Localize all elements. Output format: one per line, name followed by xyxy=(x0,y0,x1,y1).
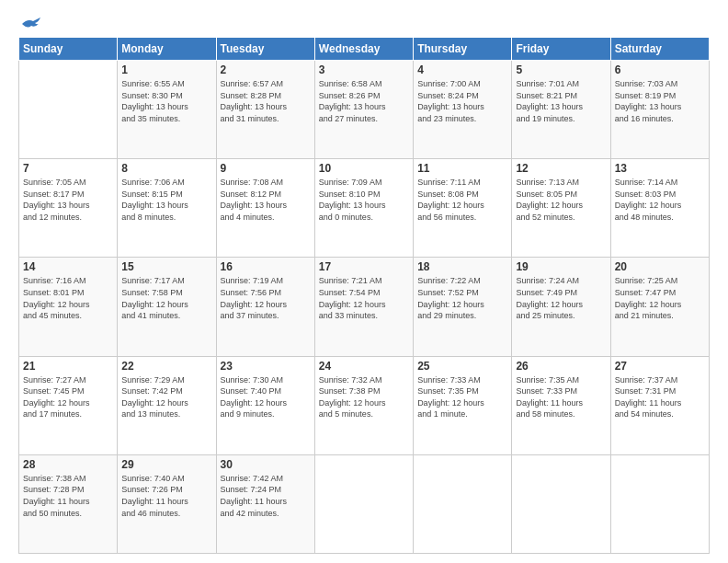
calendar-cell: 25Sunrise: 7:33 AM Sunset: 7:35 PM Dayli… xyxy=(414,356,512,454)
calendar-cell: 28Sunrise: 7:38 AM Sunset: 7:28 PM Dayli… xyxy=(19,454,118,553)
day-info: Sunrise: 7:25 AM Sunset: 7:47 PM Dayligh… xyxy=(615,275,705,321)
header xyxy=(18,17,710,28)
calendar-week-5: 28Sunrise: 7:38 AM Sunset: 7:28 PM Dayli… xyxy=(19,454,710,553)
day-info: Sunrise: 7:16 AM Sunset: 8:01 PM Dayligh… xyxy=(23,275,113,321)
day-number: 27 xyxy=(615,360,705,373)
day-number: 12 xyxy=(516,162,606,175)
calendar-cell: 2Sunrise: 6:57 AM Sunset: 8:28 PM Daylig… xyxy=(216,61,314,159)
day-number: 21 xyxy=(23,360,113,373)
calendar-cell: 18Sunrise: 7:22 AM Sunset: 7:52 PM Dayli… xyxy=(414,258,512,356)
day-info: Sunrise: 7:01 AM Sunset: 8:21 PM Dayligh… xyxy=(516,78,606,124)
calendar-cell xyxy=(610,454,709,553)
day-number: 8 xyxy=(121,162,211,175)
calendar-cell: 3Sunrise: 6:58 AM Sunset: 8:26 PM Daylig… xyxy=(314,61,413,159)
day-number: 19 xyxy=(516,260,606,273)
calendar-cell: 11Sunrise: 7:11 AM Sunset: 8:08 PM Dayli… xyxy=(414,159,512,258)
calendar-cell xyxy=(19,61,118,159)
day-info: Sunrise: 6:57 AM Sunset: 8:28 PM Dayligh… xyxy=(221,78,311,124)
day-number: 17 xyxy=(319,260,409,273)
day-info: Sunrise: 7:32 AM Sunset: 7:38 PM Dayligh… xyxy=(319,374,409,420)
calendar-week-4: 21Sunrise: 7:27 AM Sunset: 7:45 PM Dayli… xyxy=(19,356,710,454)
day-info: Sunrise: 7:38 AM Sunset: 7:28 PM Dayligh… xyxy=(23,473,113,519)
day-number: 23 xyxy=(221,360,311,373)
calendar-cell: 6Sunrise: 7:03 AM Sunset: 8:19 PM Daylig… xyxy=(610,61,709,159)
day-info: Sunrise: 7:33 AM Sunset: 7:35 PM Dayligh… xyxy=(417,374,507,420)
day-number: 11 xyxy=(417,162,507,175)
logo xyxy=(18,17,40,28)
day-info: Sunrise: 7:24 AM Sunset: 7:49 PM Dayligh… xyxy=(516,275,606,321)
calendar-cell: 27Sunrise: 7:37 AM Sunset: 7:31 PM Dayli… xyxy=(610,356,709,454)
calendar-cell: 23Sunrise: 7:30 AM Sunset: 7:40 PM Dayli… xyxy=(216,356,314,454)
col-friday: Friday xyxy=(512,38,610,61)
day-number: 29 xyxy=(121,458,211,471)
day-info: Sunrise: 7:14 AM Sunset: 8:03 PM Dayligh… xyxy=(615,177,705,223)
day-info: Sunrise: 7:40 AM Sunset: 7:26 PM Dayligh… xyxy=(121,473,211,519)
calendar-cell: 19Sunrise: 7:24 AM Sunset: 7:49 PM Dayli… xyxy=(512,258,610,356)
day-number: 14 xyxy=(23,260,113,273)
calendar-cell xyxy=(414,454,512,553)
day-info: Sunrise: 7:17 AM Sunset: 7:58 PM Dayligh… xyxy=(121,275,211,321)
day-info: Sunrise: 7:29 AM Sunset: 7:42 PM Dayligh… xyxy=(121,374,211,420)
calendar-cell: 13Sunrise: 7:14 AM Sunset: 8:03 PM Dayli… xyxy=(610,159,709,258)
day-info: Sunrise: 7:13 AM Sunset: 8:05 PM Dayligh… xyxy=(516,177,606,223)
day-number: 22 xyxy=(121,360,211,373)
day-number: 28 xyxy=(23,458,113,471)
col-sunday: Sunday xyxy=(19,38,118,61)
day-info: Sunrise: 7:03 AM Sunset: 8:19 PM Dayligh… xyxy=(615,78,705,124)
calendar-cell: 21Sunrise: 7:27 AM Sunset: 7:45 PM Dayli… xyxy=(19,356,118,454)
day-number: 15 xyxy=(121,260,211,273)
col-tuesday: Tuesday xyxy=(216,38,314,61)
calendar-cell: 10Sunrise: 7:09 AM Sunset: 8:10 PM Dayli… xyxy=(314,159,413,258)
day-number: 26 xyxy=(516,360,606,373)
day-info: Sunrise: 6:55 AM Sunset: 8:30 PM Dayligh… xyxy=(121,78,211,124)
calendar-cell: 22Sunrise: 7:29 AM Sunset: 7:42 PM Dayli… xyxy=(118,356,216,454)
day-info: Sunrise: 7:42 AM Sunset: 7:24 PM Dayligh… xyxy=(221,473,311,519)
calendar-week-3: 14Sunrise: 7:16 AM Sunset: 8:01 PM Dayli… xyxy=(19,258,710,356)
day-info: Sunrise: 7:00 AM Sunset: 8:24 PM Dayligh… xyxy=(417,78,507,124)
calendar-cell: 17Sunrise: 7:21 AM Sunset: 7:54 PM Dayli… xyxy=(314,258,413,356)
day-number: 5 xyxy=(516,63,606,76)
calendar-table: Sunday Monday Tuesday Wednesday Thursday… xyxy=(18,37,710,554)
calendar-cell: 26Sunrise: 7:35 AM Sunset: 7:33 PM Dayli… xyxy=(512,356,610,454)
calendar-cell: 29Sunrise: 7:40 AM Sunset: 7:26 PM Dayli… xyxy=(118,454,216,553)
calendar-week-1: 1Sunrise: 6:55 AM Sunset: 8:30 PM Daylig… xyxy=(19,61,710,159)
day-number: 1 xyxy=(121,63,211,76)
day-number: 24 xyxy=(319,360,409,373)
col-thursday: Thursday xyxy=(414,38,512,61)
col-saturday: Saturday xyxy=(610,38,709,61)
day-number: 6 xyxy=(615,63,705,76)
day-info: Sunrise: 7:21 AM Sunset: 7:54 PM Dayligh… xyxy=(319,275,409,321)
calendar-cell: 4Sunrise: 7:00 AM Sunset: 8:24 PM Daylig… xyxy=(414,61,512,159)
day-info: Sunrise: 7:19 AM Sunset: 7:56 PM Dayligh… xyxy=(221,275,311,321)
calendar-cell: 15Sunrise: 7:17 AM Sunset: 7:58 PM Dayli… xyxy=(118,258,216,356)
day-info: Sunrise: 7:06 AM Sunset: 8:15 PM Dayligh… xyxy=(121,177,211,223)
day-info: Sunrise: 7:22 AM Sunset: 7:52 PM Dayligh… xyxy=(417,275,507,321)
day-number: 3 xyxy=(319,63,409,76)
calendar-cell: 24Sunrise: 7:32 AM Sunset: 7:38 PM Dayli… xyxy=(314,356,413,454)
day-info: Sunrise: 7:27 AM Sunset: 7:45 PM Dayligh… xyxy=(23,374,113,420)
calendar-cell: 5Sunrise: 7:01 AM Sunset: 8:21 PM Daylig… xyxy=(512,61,610,159)
calendar-cell xyxy=(314,454,413,553)
calendar-cell: 1Sunrise: 6:55 AM Sunset: 8:30 PM Daylig… xyxy=(118,61,216,159)
day-number: 10 xyxy=(319,162,409,175)
calendar-cell: 30Sunrise: 7:42 AM Sunset: 7:24 PM Dayli… xyxy=(216,454,314,553)
day-info: Sunrise: 6:58 AM Sunset: 8:26 PM Dayligh… xyxy=(319,78,409,124)
page: Sunday Monday Tuesday Wednesday Thursday… xyxy=(0,0,728,563)
day-number: 9 xyxy=(221,162,311,175)
calendar-cell: 12Sunrise: 7:13 AM Sunset: 8:05 PM Dayli… xyxy=(512,159,610,258)
day-number: 18 xyxy=(417,260,507,273)
day-number: 25 xyxy=(417,360,507,373)
day-number: 13 xyxy=(615,162,705,175)
day-info: Sunrise: 7:35 AM Sunset: 7:33 PM Dayligh… xyxy=(516,374,606,420)
day-info: Sunrise: 7:37 AM Sunset: 7:31 PM Dayligh… xyxy=(615,374,705,420)
day-number: 30 xyxy=(221,458,311,471)
calendar-cell: 9Sunrise: 7:08 AM Sunset: 8:12 PM Daylig… xyxy=(216,159,314,258)
day-number: 16 xyxy=(221,260,311,273)
day-info: Sunrise: 7:11 AM Sunset: 8:08 PM Dayligh… xyxy=(417,177,507,223)
calendar-cell: 14Sunrise: 7:16 AM Sunset: 8:01 PM Dayli… xyxy=(19,258,118,356)
day-info: Sunrise: 7:05 AM Sunset: 8:17 PM Dayligh… xyxy=(23,177,113,223)
day-info: Sunrise: 7:30 AM Sunset: 7:40 PM Dayligh… xyxy=(221,374,311,420)
calendar-cell: 16Sunrise: 7:19 AM Sunset: 7:56 PM Dayli… xyxy=(216,258,314,356)
day-number: 2 xyxy=(221,63,311,76)
day-number: 7 xyxy=(23,162,113,175)
